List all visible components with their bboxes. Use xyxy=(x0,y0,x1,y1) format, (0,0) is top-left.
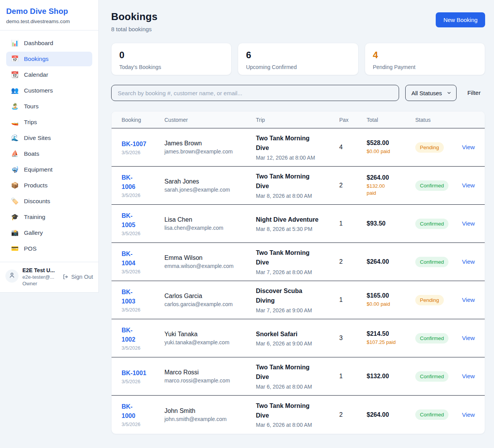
pax-count: 2 xyxy=(339,182,367,189)
sidebar-item-tours[interactable]: 🏝️ Tours xyxy=(6,99,92,114)
search-input[interactable] xyxy=(111,85,399,101)
col-header-pax: Pax xyxy=(339,117,367,123)
booking-id-link[interactable]: BK- 1004 xyxy=(122,249,135,268)
status-badge: Confirmed xyxy=(415,219,448,229)
view-booking-link[interactable]: View xyxy=(462,182,475,189)
table-row: BK- 1005 3/5/2026 Lisa Chen lisa.chen@ex… xyxy=(112,205,485,243)
customer-email: james.brown@example.com xyxy=(164,148,256,155)
stat-card-upcoming-confirmed: 6 Upcoming Confirmed xyxy=(238,43,358,75)
customer-name: Carlos Garcia xyxy=(164,293,256,300)
view-booking-link[interactable]: View xyxy=(462,335,475,341)
speedboat-icon: 🚤 xyxy=(11,119,19,125)
trip-name: Discover Scuba Diving xyxy=(256,286,339,306)
booking-id-link[interactable]: BK- 1002 xyxy=(122,326,135,344)
status-badge: Confirmed xyxy=(415,180,448,191)
status-select-wrap: All Statuses xyxy=(405,85,457,101)
col-header-booking: Booking xyxy=(122,117,164,123)
paid-amount: $0.00 paid xyxy=(367,301,415,308)
sidebar-item-bookings[interactable]: 📅 Bookings xyxy=(6,52,92,66)
sidebar-item-trips[interactable]: 🚤 Trips xyxy=(6,115,92,130)
sidebar-item-dashboard[interactable]: 📊 Dashboard xyxy=(6,36,92,51)
page-title: Bookings xyxy=(111,11,157,23)
sidebar-item-customers[interactable]: 👥 Customers xyxy=(6,83,92,98)
sailboat-icon: ⛵ xyxy=(11,151,19,157)
booking-id-link[interactable]: BK- 1000 xyxy=(122,402,135,421)
booking-date: 3/5/2026 xyxy=(122,231,164,236)
new-booking-button[interactable]: New Booking xyxy=(436,12,485,27)
table-row: BK- 1000 3/5/2026 John Smith john.smith@… xyxy=(112,396,485,434)
total-amount: $264.00 xyxy=(367,258,415,265)
view-booking-link[interactable]: View xyxy=(462,373,475,379)
view-booking-link[interactable]: View xyxy=(462,144,475,150)
booking-id-link[interactable]: BK-1007 xyxy=(122,140,146,149)
status-badge: Confirmed xyxy=(415,333,448,344)
view-booking-link[interactable]: View xyxy=(462,258,475,265)
booking-id-link[interactable]: BK- 1005 xyxy=(122,211,135,230)
user-name: E2E Test U... xyxy=(22,267,55,273)
customer-name: Lisa Chen xyxy=(164,216,256,223)
status-badge: Confirmed xyxy=(415,409,448,420)
customer-email: marco.rossi@example.com xyxy=(164,377,256,384)
total-amount: $214.50 xyxy=(367,330,415,337)
stat-card-pending-payment: 4 Pending Payment xyxy=(365,43,485,75)
customer-name: Emma Wilson xyxy=(164,254,256,261)
calendar-date-icon: 📅 xyxy=(11,56,19,62)
pax-count: 3 xyxy=(339,335,367,342)
table-row: BK- 1002 3/5/2026 Yuki Tanaka yuki.tanak… xyxy=(112,319,485,357)
status-badge: Pending xyxy=(415,142,444,153)
sidebar-item-label: Training xyxy=(24,214,45,221)
total-amount: $132.00 xyxy=(367,373,415,380)
trip-name: Two Tank Morning Dive xyxy=(256,363,339,382)
sidebar-item-calendar[interactable]: 📆 Calendar xyxy=(6,67,92,82)
booking-id-link[interactable]: BK- 1003 xyxy=(122,288,135,306)
customer-name: James Brown xyxy=(164,140,256,147)
status-badge: Confirmed xyxy=(415,371,448,382)
trip-datetime: Mar 12, 2026 at 8:00 AM xyxy=(256,155,339,161)
sidebar-item-dive-sites[interactable]: 🌊 Dive Sites xyxy=(6,131,92,145)
filter-button[interactable]: Filter xyxy=(463,86,485,99)
trip-name: Two Tank Morning Dive xyxy=(256,172,339,191)
sidebar-item-pos[interactable]: 💳 POS xyxy=(6,241,92,256)
sign-out-button[interactable]: Sign Out xyxy=(63,274,93,280)
sidebar-item-label: Products xyxy=(24,182,47,189)
sidebar-item-label: Dashboard xyxy=(24,40,53,47)
customer-email: sarah.jones@example.com xyxy=(164,187,256,193)
tear-off-calendar-icon: 📆 xyxy=(11,72,19,78)
credit-card-icon: 💳 xyxy=(11,246,19,252)
booking-date: 3/5/2026 xyxy=(122,422,164,427)
customer-email: john.smith@example.com xyxy=(164,416,256,422)
stat-label: Pending Payment xyxy=(373,64,477,70)
stat-card-today-s-bookings: 0 Today's Bookings xyxy=(111,43,232,75)
booking-date: 3/5/2026 xyxy=(122,345,164,351)
col-header-total: Total xyxy=(367,117,415,123)
filter-controls: All Statuses Filter xyxy=(111,85,485,101)
sidebar-item-equipment[interactable]: 🤿 Equipment xyxy=(6,162,92,177)
table-row: BK- 1003 3/5/2026 Carlos Garcia carlos.g… xyxy=(112,281,485,319)
booking-date: 3/5/2026 xyxy=(122,379,164,384)
status-select[interactable]: All Statuses xyxy=(405,85,457,101)
people-icon: 👥 xyxy=(11,88,19,94)
sidebar-item-label: Calendar xyxy=(24,71,48,78)
sidebar-item-training[interactable]: 🎓 Training xyxy=(6,210,92,224)
view-booking-link[interactable]: View xyxy=(462,296,475,303)
view-booking-link[interactable]: View xyxy=(462,411,475,418)
package-icon: 📦 xyxy=(11,182,19,189)
diving-mask-icon: 🤿 xyxy=(11,167,19,173)
sidebar-item-gallery[interactable]: 📸 Gallery xyxy=(6,226,92,240)
booking-id-link[interactable]: BK-1001 xyxy=(122,369,146,378)
col-header-customer: Customer xyxy=(164,117,256,123)
trip-datetime: Mar 8, 2026 at 5:30 PM xyxy=(256,226,339,232)
customer-email: yuki.tanaka@example.com xyxy=(164,339,256,345)
trip-datetime: Mar 7, 2026 at 9:00 AM xyxy=(256,307,339,313)
sidebar-item-boats[interactable]: ⛵ Boats xyxy=(6,147,92,161)
booking-id-link[interactable]: BK- 1006 xyxy=(122,173,135,192)
total-amount: $528.00 xyxy=(367,140,415,147)
customer-email: emma.wilson@example.com xyxy=(164,263,256,269)
view-booking-link[interactable]: View xyxy=(462,220,475,227)
sidebar-item-products[interactable]: 📦 Products xyxy=(6,178,92,193)
col-header-trip: Trip xyxy=(256,117,339,123)
paid-amount: $107.25 paid xyxy=(367,339,415,346)
sidebar-item-discounts[interactable]: 🏷️ Discounts xyxy=(6,194,92,209)
sign-out-label: Sign Out xyxy=(71,274,93,280)
bookings-table: Booking Customer Trip Pax Total Status B… xyxy=(111,111,485,434)
